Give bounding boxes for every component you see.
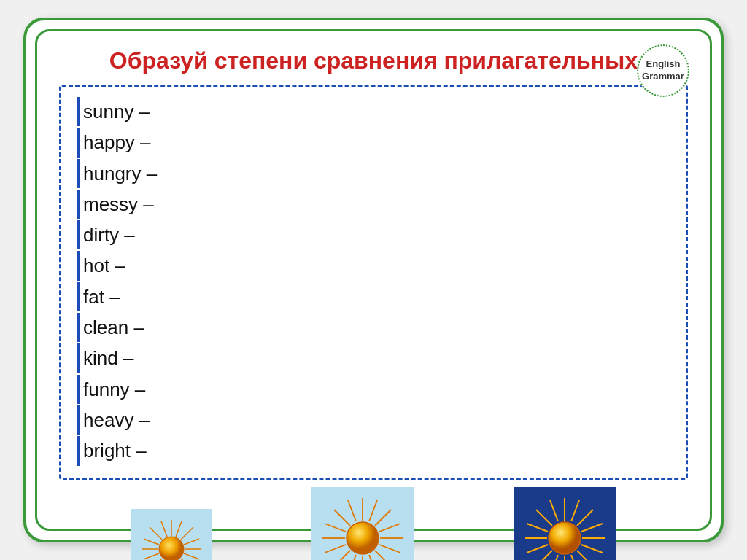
svg-point-16 <box>159 537 184 560</box>
svg-line-40 <box>536 551 552 560</box>
sun-image-medium <box>311 487 414 560</box>
svg-line-44 <box>550 555 558 560</box>
svg-line-5 <box>181 527 193 540</box>
words-dashed-box: sunny –happy –hungry –messy –dirty –hot … <box>59 85 688 480</box>
list-item: hot – <box>77 251 671 280</box>
svg-line-31 <box>325 545 346 553</box>
svg-line-25 <box>348 500 356 521</box>
svg-line-46 <box>527 524 548 532</box>
inner-card: English Grammar Образуй степени сравнени… <box>35 29 712 531</box>
list-item: hungry – <box>77 159 671 188</box>
svg-line-28 <box>369 555 377 560</box>
sun-svg-small <box>139 516 204 560</box>
svg-line-29 <box>325 524 346 532</box>
svg-line-12 <box>144 539 159 545</box>
svg-line-43 <box>571 500 579 521</box>
svg-line-22 <box>375 510 391 526</box>
page-title: Образуй степени сравнения прилагательных <box>109 47 638 74</box>
svg-line-49 <box>581 545 603 553</box>
list-item: sunny – <box>77 97 671 126</box>
svg-line-45 <box>571 555 579 560</box>
bottom-images <box>37 480 710 560</box>
svg-line-26 <box>369 500 377 521</box>
svg-line-47 <box>581 524 603 532</box>
list-item: kind – <box>77 343 671 373</box>
svg-line-41 <box>577 551 593 560</box>
list-item: heavy – <box>77 405 671 435</box>
svg-line-48 <box>527 545 548 553</box>
sun-image-small <box>131 509 212 560</box>
svg-line-13 <box>184 539 199 545</box>
svg-line-32 <box>379 545 400 553</box>
list-item: clean – <box>77 313 671 342</box>
svg-line-15 <box>184 553 199 559</box>
badge-grammar: Grammar <box>642 71 684 83</box>
title-area: Образуй степени сравнения прилагательных <box>37 31 710 85</box>
svg-point-50 <box>549 522 581 554</box>
list-item: messy – <box>77 190 671 219</box>
adjectives-list: sunny –happy –hungry –messy –dirty –hot … <box>76 97 671 466</box>
svg-line-24 <box>375 551 391 560</box>
sun-svg-medium <box>319 494 406 560</box>
svg-line-27 <box>348 555 356 560</box>
svg-line-42 <box>550 500 558 521</box>
list-item: fat – <box>77 282 671 311</box>
sun-svg-large <box>521 494 608 560</box>
english-grammar-badge: English Grammar <box>637 44 689 97</box>
list-item: happy – <box>77 128 671 157</box>
svg-line-39 <box>577 510 593 526</box>
svg-line-30 <box>379 524 400 532</box>
svg-line-23 <box>334 551 350 560</box>
svg-point-33 <box>347 522 379 554</box>
svg-line-21 <box>334 510 350 526</box>
svg-line-9 <box>176 521 182 537</box>
svg-line-14 <box>144 553 159 559</box>
svg-line-8 <box>161 521 167 537</box>
badge-english: English <box>646 58 681 71</box>
list-item: funny – <box>77 375 671 404</box>
sun-image-large <box>514 487 616 560</box>
list-item: dirty – <box>77 220 671 249</box>
svg-line-4 <box>150 527 162 540</box>
outer-card: English Grammar Образуй степени сравнени… <box>23 18 724 542</box>
svg-line-38 <box>536 510 552 526</box>
list-item: bright – <box>77 436 671 465</box>
